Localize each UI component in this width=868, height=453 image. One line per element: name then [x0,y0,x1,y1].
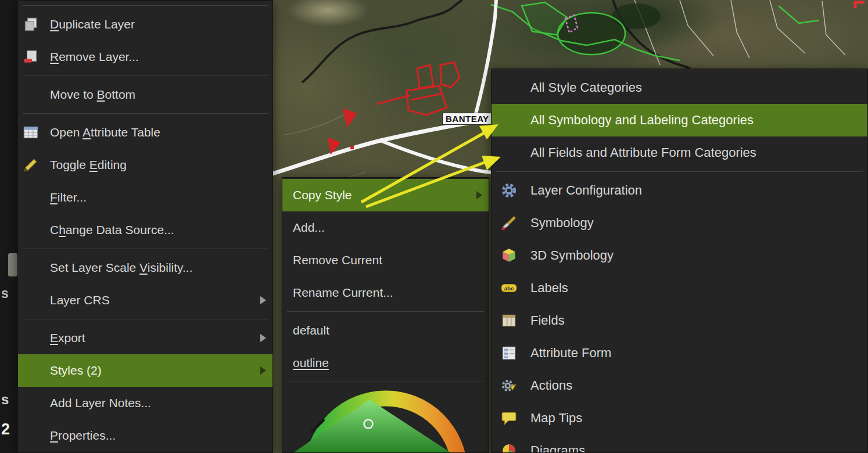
menu-separator [18,3,272,8]
map-roads [273,0,496,174]
menu-item-label: 3D Symbology [530,248,614,263]
styles-submenu: Copy StyleAdd...Remove CurrentRename Cur… [282,177,489,453]
menu-item-toggle-editing[interactable]: Toggle Editing [18,149,272,181]
menu-item-label: Styles (2) [50,364,102,378]
paintbrush-icon [501,214,522,232]
panel-fragment-shape [8,253,17,276]
menu-separator [18,317,272,322]
menu-item-label: Duplicate Layer [50,17,135,31]
menu-item-all-style-categories[interactable]: All Style Categories [492,71,867,104]
menu-item-label: Change Data Source... [50,223,174,237]
menu-item-remove-layer[interactable]: Remove Layer... [18,41,272,73]
menu-separator [18,73,272,78]
menu-item-label: Attribute Form [530,346,611,361]
menu-item-label: All Fields and Attribute Form Categories [530,145,756,160]
menu-item-label: Set Layer Scale Visibility... [50,261,193,275]
menu-item-outline[interactable]: outline [282,347,489,379]
menu-item-label: Copy Style [293,188,352,202]
menu-item-label: Layer CRS [50,293,110,307]
color-wheel[interactable] [282,384,489,453]
menu-separator [282,309,489,314]
duplicate-layer-icon [23,16,42,33]
map-river-line [302,0,462,82]
menu-item-layer-configuration[interactable]: Layer Configuration [492,174,867,207]
menu-separator [18,111,272,116]
menu-item-all-fields-and-attribute-form-categories[interactable]: All Fields and Attribute Form Categories [492,136,867,169]
menu-item-actions[interactable]: Actions [492,369,867,402]
menu-item-filter[interactable]: Filter... [18,181,272,214]
submenu-arrow-icon [260,366,266,375]
menu-item-properties[interactable]: Properties... [18,419,272,452]
menu-item-label: Add Layer Notes... [50,396,151,410]
menu-item-symbology[interactable]: Symbology [492,207,867,239]
menu-item-label: Fields [530,313,565,328]
menu-item-export[interactable]: Export [18,322,272,354]
abc-label-icon: abc [501,279,522,297]
menu-item-open-attribute-table[interactable]: Open Attribute Table [18,116,272,149]
copy-style-submenu: All Style CategoriesAll Symbology and La… [491,69,868,453]
menu-item-label: All Symbology and Labeling Categories [530,113,754,128]
menu-item-label: default [293,323,329,337]
cube-3d-icon [501,247,522,264]
menu-item-label: Remove Current [293,253,382,267]
menu-item-rename-current[interactable]: Rename Current... [282,276,489,309]
menu-item-3d-symbology[interactable]: 3D Symbology [492,239,867,272]
layers-panel-strip: s s 2 [0,0,17,453]
menu-item-label: Symbology [530,215,594,231]
menu-item-label: Rename Current... [293,286,393,300]
pencil-icon [23,156,42,174]
submenu-arrow-icon [260,334,266,342]
menu-item-add-layer-notes[interactable]: Add Layer Notes... [18,387,272,419]
layer-context-menu: Duplicate LayerRemove Layer...Move to Bo… [17,0,273,453]
menu-item-default[interactable]: default [282,314,489,347]
menu-item-attribute-form[interactable]: Attribute Form [492,337,867,369]
panel-text-fragment: s [1,286,9,301]
menu-item-styles-2[interactable]: Styles (2) [18,354,272,387]
menu-item-label: Remove Layer... [50,50,139,64]
menu-separator [282,379,489,384]
menu-item-set-layer-scale-visibility[interactable]: Set Layer Scale Visibility... [18,251,272,284]
icon-spacer [23,292,42,309]
menu-item-label: Move to Bottom [50,88,135,102]
menu-item-label: outline [293,356,329,370]
menu-item-label: Properties... [50,429,116,443]
attribute-table-icon [23,124,42,141]
menu-item-label: Open Attribute Table [50,125,160,139]
icon-spacer [23,427,42,444]
icon-spacer [23,86,42,103]
menu-item-change-data-source[interactable]: Change Data Source... [18,214,272,246]
menu-item-label: Layer Configuration [530,183,642,198]
submenu-arrow-icon [260,296,266,304]
menu-item-label: Labels [530,281,568,296]
menu-item-label: Map Tips [530,411,582,426]
menu-item-label: Toggle Editing [50,158,127,172]
map-place-label: BANTEAY [442,113,493,125]
icon-spacer [501,79,522,96]
menu-separator [492,169,867,174]
icon-spacer [23,394,42,412]
menu-item-remove-current[interactable]: Remove Current [282,244,489,276]
submenu-arrow-icon [476,191,482,199]
icon-spacer [501,112,522,129]
menu-item-label: Export [50,331,85,345]
menu-item-label: Filter... [50,190,87,204]
menu-item-map-tips[interactable]: Map Tips [492,402,867,434]
menu-item-copy-style[interactable]: Copy Style [282,179,489,211]
icon-spacer [501,144,522,161]
actions-gear-icon [501,377,522,394]
speech-bubble-icon [501,409,522,427]
icon-spacer [23,189,42,206]
menu-item-add[interactable]: Add... [282,211,489,244]
icon-spacer [23,259,42,276]
menu-item-label: All Style Categories [530,80,642,95]
icon-spacer [23,362,42,379]
menu-item-diagrams[interactable]: Diagrams [492,434,867,453]
menu-item-all-symbology-and-labeling-categories[interactable]: All Symbology and Labeling Categories [492,104,867,136]
menu-item-labels[interactable]: abcLabels [492,272,867,304]
menu-item-move-to-bottom[interactable]: Move to Bottom [18,78,272,111]
menu-item-layer-crs[interactable]: Layer CRS [18,284,272,317]
menu-item-duplicate-layer[interactable]: Duplicate Layer [18,8,272,41]
panel-text-fragment: s [1,391,9,408]
menu-item-label: Actions [530,378,572,393]
menu-item-fields[interactable]: Fields [492,304,867,337]
